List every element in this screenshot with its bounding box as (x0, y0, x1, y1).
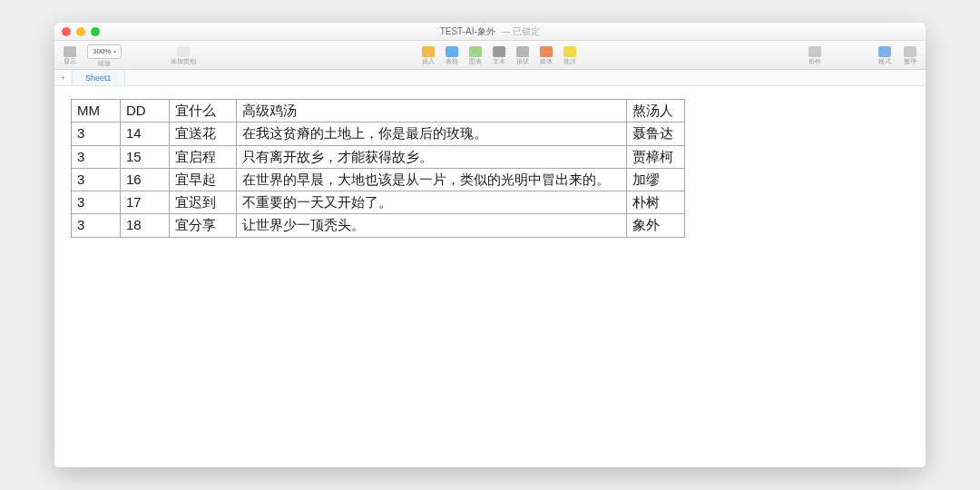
window-title: TEST-AI-象外 — 已锁定 (54, 25, 926, 38)
toolbar-center: 插入表格图表文本形状媒体批注 (238, 41, 760, 69)
text-button[interactable]: 文本 (489, 46, 509, 64)
cell[interactable]: 3 (72, 214, 121, 237)
table-button[interactable]: 表格 (442, 46, 462, 64)
cell[interactable]: 15 (121, 145, 170, 168)
cell[interactable]: 16 (121, 168, 170, 191)
cell[interactable]: 宜迟到 (170, 191, 237, 214)
cell[interactable]: 宜早起 (170, 168, 237, 191)
media-label: 媒体 (540, 58, 553, 64)
view-icon (64, 46, 76, 57)
chevron-down-icon: ▾ (113, 48, 116, 54)
shape-icon (516, 46, 529, 57)
cell[interactable]: 不重要的一天又开始了。 (237, 191, 627, 214)
cell[interactable]: 宜送花 (170, 122, 237, 145)
add-category-button[interactable]: 添加类别 (169, 46, 198, 64)
spreadsheet-canvas[interactable]: MMDD宜什么高级鸡汤熬汤人314宜送花在我这贫瘠的土地上，你是最后的玫瑰。聂鲁… (54, 86, 926, 467)
cell[interactable]: 加缪 (627, 168, 685, 191)
shape-button[interactable]: 形状 (513, 46, 533, 64)
cell[interactable]: 18 (121, 214, 170, 237)
add-sheet-button[interactable]: + (54, 70, 73, 85)
cell[interactable]: 在我这贫瘠的土地上，你是最后的玫瑰。 (237, 122, 627, 145)
zoom-label: 缩放 (98, 60, 111, 66)
collaborate-button[interactable]: 协作 (805, 46, 825, 64)
sheet-tab[interactable]: Sheet1 (73, 70, 125, 85)
insert-icon (422, 46, 435, 57)
table-row: 315宜启程只有离开故乡，才能获得故乡。贾樟柯 (72, 145, 685, 168)
organize-icon (904, 46, 916, 57)
titlebar: TEST-AI-象外 — 已锁定 (54, 23, 926, 41)
text-icon (493, 46, 505, 57)
cell[interactable]: 宜启程 (170, 145, 237, 168)
shape-label: 形状 (516, 58, 529, 64)
zoom-button[interactable]: 300% ▾ 缩放 (85, 44, 123, 66)
view-label: 显示 (64, 58, 76, 64)
table-icon (446, 46, 458, 57)
column-header[interactable]: 熬汤人 (627, 100, 685, 122)
table-header-row: MMDD宜什么高级鸡汤熬汤人 (72, 100, 685, 122)
add-category-label: 添加类别 (171, 58, 196, 64)
cell[interactable]: 3 (72, 145, 121, 168)
table-row: 316宜早起在世界的早晨，大地也该是从一片，类似的光明中冒出来的。加缪 (72, 168, 685, 191)
cell[interactable]: 在世界的早晨，大地也该是从一片，类似的光明中冒出来的。 (237, 168, 627, 191)
text-label: 文本 (493, 58, 505, 64)
column-header[interactable]: DD (121, 100, 170, 122)
cell[interactable]: 14 (121, 122, 170, 145)
cell[interactable]: 朴树 (627, 191, 685, 214)
collaborate-icon (808, 46, 821, 57)
table-row: 314宜送花在我这贫瘠的土地上，你是最后的玫瑰。聂鲁达 (72, 122, 685, 145)
chart-icon (469, 46, 482, 57)
cell[interactable]: 只有离开故乡，才能获得故乡。 (237, 145, 627, 168)
document-status: — 已锁定 (502, 26, 541, 36)
cell[interactable]: 让世界少一顶秃头。 (237, 214, 627, 237)
media-button[interactable]: 媒体 (536, 46, 556, 64)
media-icon (540, 46, 553, 57)
cell[interactable]: 3 (72, 122, 121, 145)
column-header[interactable]: 宜什么 (170, 100, 237, 122)
organize-label: 整理 (904, 58, 916, 64)
insert-label: 插入 (422, 58, 435, 64)
sheet-tabs: + Sheet1 (54, 70, 926, 86)
cell[interactable]: 3 (72, 168, 121, 191)
document-title: TEST-AI-象外 (440, 26, 495, 36)
comment-button[interactable]: 批注 (560, 46, 580, 64)
plus-icon: + (61, 74, 65, 83)
zoom-select[interactable]: 300% ▾ (87, 44, 122, 59)
cell[interactable]: 聂鲁达 (627, 122, 685, 145)
cell[interactable]: 3 (72, 191, 121, 214)
format-label: 格式 (878, 58, 891, 64)
collaborate-label: 协作 (808, 58, 821, 64)
insert-button[interactable]: 插入 (418, 46, 438, 64)
organize-button[interactable]: 整理 (900, 46, 920, 64)
comment-label: 批注 (564, 58, 576, 64)
column-header[interactable]: MM (72, 100, 121, 122)
format-icon (878, 46, 891, 57)
table-row: 318宜分享让世界少一顶秃头。象外 (72, 214, 685, 237)
cell[interactable]: 17 (121, 191, 170, 214)
toolbar: 显示 300% ▾ 缩放 添加类别 插入表格图表文本形状媒体批注 协作 (54, 41, 926, 70)
cell[interactable]: 贾樟柯 (627, 145, 685, 168)
add-category-icon (177, 46, 190, 57)
table-row: 317宜迟到不重要的一天又开始了。朴树 (72, 191, 685, 214)
chart-button[interactable]: 图表 (466, 46, 485, 64)
table-label: 表格 (446, 58, 458, 64)
cell[interactable]: 宜分享 (170, 214, 237, 237)
zoom-value: 300% (93, 47, 111, 55)
data-table[interactable]: MMDD宜什么高级鸡汤熬汤人314宜送花在我这贫瘠的土地上，你是最后的玫瑰。聂鲁… (71, 99, 685, 238)
cell[interactable]: 象外 (627, 214, 685, 237)
view-button[interactable]: 显示 (60, 46, 80, 64)
chart-label: 图表 (469, 58, 482, 64)
app-window: TEST-AI-象外 — 已锁定 显示 300% ▾ 缩放 添加类别 (54, 23, 926, 467)
comment-icon (564, 46, 576, 57)
format-button[interactable]: 格式 (875, 46, 895, 64)
column-header[interactable]: 高级鸡汤 (237, 100, 627, 122)
